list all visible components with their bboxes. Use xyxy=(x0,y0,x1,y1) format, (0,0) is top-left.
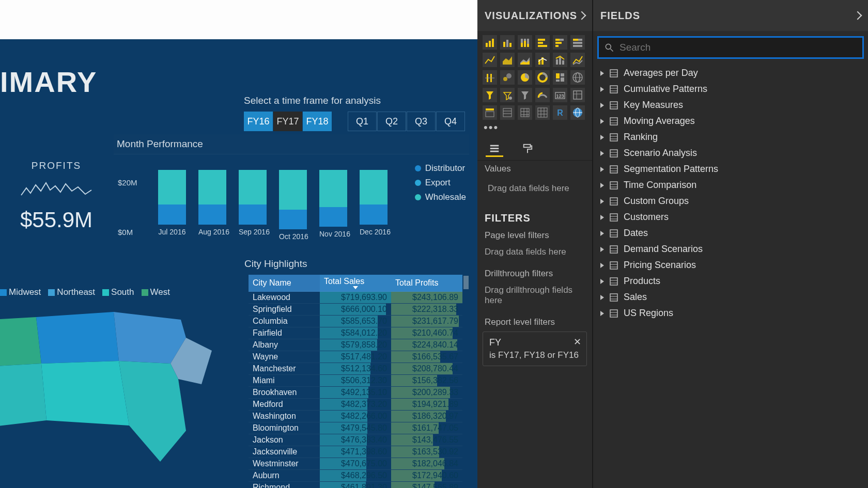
fields-search[interactable] xyxy=(597,36,864,59)
values-drop-well[interactable]: Drag data fields here xyxy=(483,176,587,201)
fy-button[interactable]: FY18 xyxy=(303,112,332,131)
field-table-row[interactable]: US Regions xyxy=(596,305,865,321)
quarter-button[interactable]: Q2 xyxy=(377,112,406,131)
col-header-profits[interactable]: Total Profits xyxy=(391,275,462,292)
field-table-row[interactable]: Dates xyxy=(596,225,865,241)
table-row[interactable]: Albany$579,858.20$224,840.14 xyxy=(249,339,462,351)
viz-stacked-bar-icon[interactable] xyxy=(483,35,497,50)
field-table-row[interactable]: Key Measures xyxy=(596,97,865,113)
us-map-visual[interactable] xyxy=(0,302,233,472)
viz-table-icon[interactable] xyxy=(570,88,585,102)
drillthrough-filters-drop[interactable]: Drag drillthrough fields here xyxy=(477,280,592,314)
viz-pie-icon[interactable] xyxy=(518,70,532,85)
viz-stacked-bar-h-icon[interactable] xyxy=(553,35,567,50)
field-table-row[interactable]: Custom Groups xyxy=(596,193,865,209)
table-row[interactable]: Brookhaven$492,135.10$200,289.33 xyxy=(249,387,462,399)
viz-line-icon[interactable] xyxy=(483,53,497,67)
table-row[interactable]: Auburn$468,296.50$172,940.60 xyxy=(249,470,462,482)
field-table-row[interactable]: Products xyxy=(596,273,865,289)
report-filter-card[interactable]: ✕ FY is FY17, FY18 or FY16 xyxy=(483,332,587,366)
field-table-row[interactable]: Pricing Scenarios xyxy=(596,257,865,273)
quarter-button[interactable]: Q3 xyxy=(407,112,436,131)
bar-segment-wholesale[interactable] xyxy=(279,170,307,210)
table-row[interactable]: Fairfield$584,012.20$210,460.74 xyxy=(249,327,462,339)
viz-funnel-icon[interactable] xyxy=(483,88,497,102)
col-header-city[interactable]: City Name xyxy=(249,275,320,292)
visualizations-header[interactable]: VISUALIZATIONS xyxy=(477,0,592,31)
scrollbar-thumb[interactable] xyxy=(463,276,469,289)
fields-header[interactable]: FIELDS xyxy=(593,0,868,31)
viz-donut-icon[interactable] xyxy=(535,70,550,85)
bar-segment-distributor[interactable] xyxy=(279,210,307,229)
month-performance-chart[interactable]: Month Performance $20M $0M Jul 2016Aug 2… xyxy=(114,134,469,250)
table-row[interactable]: Jackson$476,383.40$143,476.55 xyxy=(249,434,462,446)
viz-table2-icon[interactable] xyxy=(500,105,515,120)
field-table-row[interactable]: Ranking xyxy=(596,129,865,145)
city-highlights-table[interactable]: City Highlights City Name Total Sales To… xyxy=(240,253,469,475)
viz-ribbon-icon[interactable] xyxy=(570,53,585,67)
bar-segment-wholesale[interactable] xyxy=(198,170,226,204)
table-row[interactable]: Washington$482,266.00$186,320.97 xyxy=(249,411,462,422)
viz-matrix-icon[interactable] xyxy=(483,105,497,120)
field-table-row[interactable]: Moving Averages xyxy=(596,113,865,129)
viz-funnel3-icon[interactable] xyxy=(518,88,532,102)
fy-button[interactable]: FY17 xyxy=(273,112,302,131)
viz-100pct-bar-icon[interactable] xyxy=(518,35,532,50)
viz-map-icon[interactable] xyxy=(570,70,585,85)
viz-waterfall-icon[interactable] xyxy=(483,70,497,85)
viz-arcgis-icon[interactable] xyxy=(570,105,585,120)
profits-kpi-card[interactable]: PROFITS $55.9M xyxy=(0,134,113,250)
table-row[interactable]: Jacksonville$471,398.60$163,530.92 xyxy=(249,446,462,458)
field-table-row[interactable]: Scenario Analysis xyxy=(596,145,865,161)
viz-card-icon[interactable]: 123 xyxy=(553,88,567,102)
bar-segment-distributor[interactable] xyxy=(360,204,388,224)
table-row[interactable]: Lakewood$719,693.90$243,106.89 xyxy=(249,292,462,304)
table-row[interactable]: Miami$506,312.30$156,382.56 xyxy=(249,375,462,387)
format-tab[interactable] xyxy=(519,141,536,157)
field-table-row[interactable]: Customers xyxy=(596,209,865,225)
field-table-row[interactable]: Time Comparison xyxy=(596,177,865,193)
table-row[interactable]: Springfield$666,000.10$222,318.33 xyxy=(249,304,462,316)
quarter-button[interactable]: Q4 xyxy=(436,112,465,131)
viz-stacked-area-icon[interactable] xyxy=(518,53,532,67)
bar-segment-wholesale[interactable] xyxy=(360,170,388,204)
table-row[interactable]: Columbia$585,653.70$231,617.79 xyxy=(249,316,462,327)
table-row[interactable]: Bloomington$479,545.80$161,747.05 xyxy=(249,422,462,434)
viz-r-visual-icon[interactable]: R xyxy=(553,105,567,120)
table-row[interactable]: Richmond$461,891.30$147,565.89 xyxy=(249,482,462,489)
page-filters-drop[interactable]: Drag data fields here xyxy=(477,242,592,265)
viz-100pct-bar-h-icon[interactable] xyxy=(570,35,585,50)
bar-segment-distributor[interactable] xyxy=(239,204,267,224)
viz-matrix3-icon[interactable] xyxy=(535,105,550,120)
field-table-row[interactable]: Demand Scenarios xyxy=(596,241,865,257)
viz-bar-horizontal-icon[interactable] xyxy=(535,35,550,50)
viz-area-icon[interactable] xyxy=(500,53,515,67)
scrollbar-track[interactable] xyxy=(462,275,469,488)
table-row[interactable]: Medford$482,373.20$194,921.89 xyxy=(249,399,462,411)
bar-segment-wholesale[interactable] xyxy=(158,170,186,204)
viz-combo-icon[interactable] xyxy=(535,53,550,67)
bar-segment-wholesale[interactable] xyxy=(239,170,267,204)
viz-combo2-icon[interactable] xyxy=(553,53,567,67)
field-table-row[interactable]: Segmentation Patterns xyxy=(596,161,865,177)
remove-filter-icon[interactable]: ✕ xyxy=(574,336,581,348)
bar-segment-distributor[interactable] xyxy=(158,204,186,224)
viz-treemap-icon[interactable] xyxy=(553,70,567,85)
viz-scatter-icon[interactable] xyxy=(500,70,515,85)
table-row[interactable]: Manchester$512,134.60$208,780.44 xyxy=(249,363,462,375)
viz-matrix2-icon[interactable] xyxy=(518,105,532,120)
bar-segment-wholesale[interactable] xyxy=(319,170,347,207)
fy-button[interactable]: FY16 xyxy=(244,112,273,131)
col-header-sales[interactable]: Total Sales xyxy=(320,275,391,292)
viz-gauge-icon[interactable] xyxy=(535,88,550,102)
field-table-row[interactable]: Averages per Day xyxy=(596,65,865,81)
quarter-button[interactable]: Q1 xyxy=(348,112,377,131)
viz-funnel2-icon[interactable] xyxy=(500,88,515,102)
table-row[interactable]: Wayne$517,481.20$166,535.67 xyxy=(249,351,462,363)
bar-segment-distributor[interactable] xyxy=(319,207,347,227)
table-row[interactable]: Westminster$470,675.00$182,046.84 xyxy=(249,458,462,470)
field-table-row[interactable]: Sales xyxy=(596,289,865,305)
viz-clustered-bar-icon[interactable] xyxy=(500,35,515,50)
more-visuals-button[interactable]: ••• xyxy=(477,120,592,136)
field-table-row[interactable]: Cumulative Patterns xyxy=(596,81,865,97)
